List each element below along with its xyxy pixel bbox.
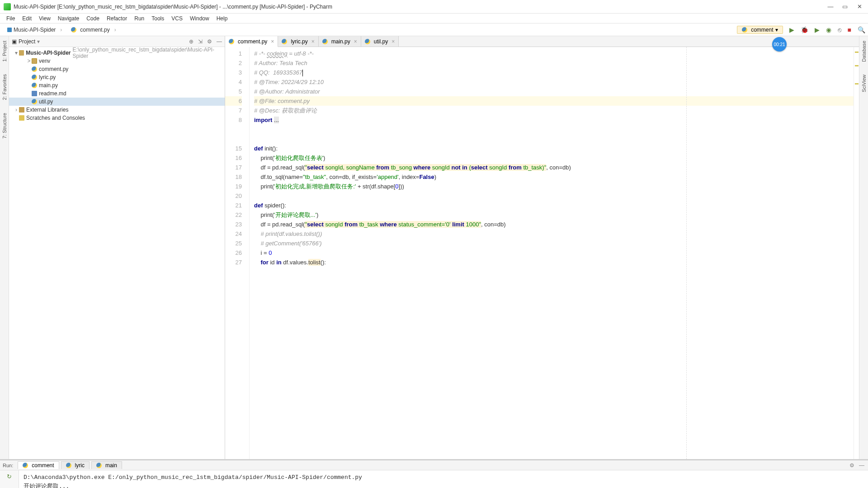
close-icon[interactable]: × — [392, 38, 395, 45]
breadcrumb-project[interactable]: Music-API-Spider — [3, 26, 66, 34]
run-tab[interactable]: comment — [18, 461, 59, 469]
tree-root-path: E:\only_python_music_rec_lstm_bigdata\sp… — [73, 47, 225, 59]
attach-icon[interactable]: ⎋ — [838, 26, 841, 33]
run-icon[interactable]: ▶ — [789, 26, 794, 33]
run-tool-column: ↻ ☰ 📌 ⤓ 🗑 — [0, 470, 19, 488]
stop-icon[interactable]: ■ — [848, 26, 851, 33]
locate-icon[interactable]: ⊕ — [189, 38, 193, 45]
run-hide-icon[interactable]: — — [859, 462, 864, 469]
sidebar-tab-database[interactable]: Database — [861, 39, 867, 64]
tree-root-name: Music-API-Spider — [26, 50, 71, 56]
menu-vcs[interactable]: VCS — [168, 14, 186, 23]
search-icon[interactable]: 🔍 — [858, 26, 865, 33]
settings-icon[interactable]: ⚙ — [207, 38, 212, 45]
tree-item[interactable]: util.py — [9, 98, 225, 106]
menu-file[interactable]: File — [3, 14, 19, 23]
sidebar-tab-favorites[interactable]: 2: Favorites — [2, 72, 7, 102]
code-area[interactable]: # -*- codeing = utf-8 -*-# Author: Tesla… — [250, 47, 854, 459]
close-icon[interactable]: × — [354, 38, 357, 45]
close-button[interactable]: ✕ — [856, 4, 863, 10]
run-panel: Run: commentlyricmain ⚙ — ↻ ☰ 📌 ⤓ 🗑 D:\A… — [0, 459, 868, 488]
python-icon — [322, 39, 328, 44]
run-tabs-row: Run: commentlyricmain ⚙ — — [0, 460, 868, 470]
tree-scratches[interactable]: Scratches and Consoles — [9, 114, 225, 122]
menu-edit[interactable]: Edit — [19, 14, 35, 23]
run-config-label: comment — [751, 27, 773, 33]
sidebar-tab-sciview[interactable]: SciView — [861, 73, 867, 94]
editor-tabs: comment.py×lyric.py×main.py×util.py× — [225, 36, 859, 47]
left-tool-strip: 1: Project 2: Favorites 7: Structure — [0, 36, 9, 459]
maximize-button[interactable]: ▭ — [842, 4, 848, 10]
title-bar: Music-API-Spider [E:\only_python_music_r… — [0, 0, 868, 14]
menu-refactor[interactable]: Refactor — [103, 14, 131, 23]
python-icon — [282, 39, 287, 44]
rerun-icon[interactable]: ↻ — [7, 473, 12, 480]
collapse-icon[interactable]: ⇲ — [198, 38, 203, 45]
right-tool-strip: Database SciView — [859, 36, 868, 459]
breadcrumb-label: Music-API-Spider — [14, 27, 56, 33]
project-header: ▣Project ▾ ⊕ ⇲ ⚙ — — [9, 36, 225, 47]
menu-navigate[interactable]: Navigate — [54, 14, 83, 23]
tree-root[interactable]: ▾ Music-API-Spider E:\only_python_music_… — [9, 49, 225, 57]
editor-area: comment.py×lyric.py×main.py×util.py× 123… — [225, 36, 859, 459]
tree-external-libraries[interactable]: ›External Libraries — [9, 106, 225, 114]
profile-icon[interactable]: ◉ — [826, 26, 831, 33]
coverage-icon[interactable]: ▶ — [815, 26, 820, 33]
marker-strip[interactable] — [854, 47, 859, 459]
menu-bar: File Edit View Navigate Code Refactor Ru… — [0, 14, 868, 23]
editor-tab[interactable]: main.py× — [319, 36, 361, 47]
chevron-down-icon: ▾ — [775, 27, 778, 33]
timer-badge: 00:21 — [772, 37, 787, 52]
editor-tab[interactable]: comment.py× — [225, 36, 278, 47]
app-icon — [4, 3, 11, 10]
tree-item[interactable]: main.py — [9, 81, 225, 89]
breadcrumb-file[interactable]: comment.py — [66, 26, 120, 34]
python-icon — [229, 39, 234, 44]
column-guide — [686, 47, 687, 459]
run-tab[interactable]: main — [91, 461, 122, 469]
nav-row: Music-API-Spider comment.py comment ▾ ▶ … — [0, 23, 868, 36]
run-output[interactable]: D:\Anaconda3\python.exe E:/only_python_m… — [19, 470, 868, 488]
main-area: 1: Project 2: Favorites 7: Structure ▣Pr… — [0, 36, 868, 459]
window-title: Music-API-Spider [E:\only_python_music_r… — [14, 4, 827, 10]
hide-icon[interactable]: — — [217, 38, 222, 45]
menu-view[interactable]: View — [35, 14, 54, 23]
debug-icon[interactable]: 🐞 — [801, 26, 808, 33]
run-tab[interactable]: lyric — [61, 461, 90, 469]
editor-tab[interactable]: util.py× — [361, 36, 399, 47]
menu-run[interactable]: Run — [131, 14, 148, 23]
python-icon — [365, 39, 370, 44]
menu-help[interactable]: Help — [213, 14, 231, 23]
run-settings-icon[interactable]: ⚙ — [849, 462, 854, 469]
close-icon[interactable]: × — [311, 38, 315, 45]
sidebar-tab-project[interactable]: 1: Project — [2, 39, 7, 63]
menu-window[interactable]: Window — [186, 14, 213, 23]
breadcrumb-label: comment.py — [80, 27, 109, 33]
minimize-button[interactable]: — — [827, 4, 834, 10]
project-panel: ▣Project ▾ ⊕ ⇲ ⚙ — ▾ Music-API-Spider E:… — [9, 36, 225, 459]
tree-item[interactable]: lyric.py — [9, 73, 225, 81]
python-icon — [742, 27, 747, 33]
project-tree[interactable]: ▾ Music-API-Spider E:\only_python_music_… — [9, 47, 225, 459]
editor-body[interactable]: 1234567815161718192021222324252627 # -*-… — [225, 47, 859, 459]
tree-item[interactable]: comment.py — [9, 65, 225, 73]
menu-code[interactable]: Code — [83, 14, 103, 23]
menu-tools[interactable]: Tools — [148, 14, 168, 23]
project-title: Project — [19, 38, 35, 45]
close-icon[interactable]: × — [271, 38, 274, 45]
line-gutter[interactable]: 1234567815161718192021222324252627 — [225, 47, 250, 459]
tree-item[interactable]: readme.md — [9, 89, 225, 98]
run-config-selector[interactable]: comment ▾ — [737, 26, 783, 34]
editor-tab[interactable]: lyric.py× — [278, 36, 318, 47]
folder-icon: ▣ — [12, 38, 17, 45]
sidebar-tab-structure[interactable]: 7: Structure — [2, 111, 7, 141]
run-label: Run: — [3, 463, 13, 468]
